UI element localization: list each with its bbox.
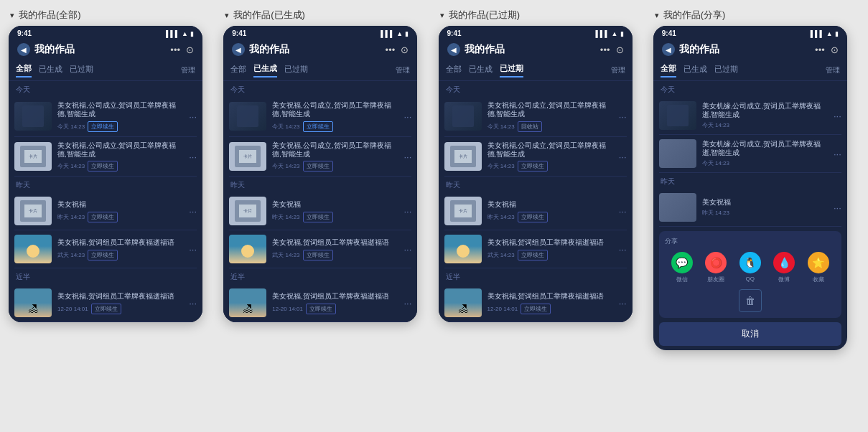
work-more-icon[interactable]: ··· <box>403 111 411 122</box>
work-more-icon[interactable]: ··· <box>619 111 627 122</box>
work-more-icon[interactable]: ··· <box>619 151 627 162</box>
work-more-icon[interactable]: ··· <box>189 206 197 217</box>
settings-icon[interactable]: ⊙ <box>401 44 409 55</box>
delete-button[interactable]: 🗑 <box>739 289 762 312</box>
work-action-btn[interactable]: 立即续生 <box>303 212 333 222</box>
share-icon-circle-QQ: 🐧 <box>739 252 761 273</box>
work-item[interactable]: 美女祝福昨天 14:23··· <box>659 189 841 227</box>
work-list: 🏖美女祝福,贺词组员工举牌夜福逝福语12-20 14:01立即续生··· <box>439 284 633 322</box>
tab-已生成[interactable]: 已生成 <box>39 64 62 77</box>
share-icon-QQ[interactable]: 🐧QQ <box>739 252 761 283</box>
work-item[interactable]: 美女祝福,公司成立,贺词员工举牌夜福德,智能生成今天 14:23回收站··· <box>444 97 627 137</box>
status-icons: ▌▌▌ ▲ ▮ <box>811 30 839 37</box>
settings-icon[interactable]: ⊙ <box>831 44 839 55</box>
work-action-btn[interactable]: 立即续生 <box>303 161 333 172</box>
back-icon[interactable]: ◀ <box>447 43 460 56</box>
work-item[interactable]: 🏖美女祝福,贺词组员工举牌夜福逝福语12-20 14:01立即续生··· <box>444 284 627 322</box>
more-icon[interactable]: ••• <box>386 44 396 55</box>
tab-已过期[interactable]: 已过期 <box>284 64 308 77</box>
work-action-btn[interactable]: 立即续生 <box>88 121 118 132</box>
nav-title: 我的作品 <box>465 43 505 56</box>
share-icon-朋友圈[interactable]: ⭕朋友圈 <box>705 252 727 283</box>
work-thumbnail <box>14 235 52 263</box>
work-more-icon[interactable]: ··· <box>834 111 841 121</box>
manage-button[interactable]: 管理 <box>396 65 410 75</box>
work-more-icon[interactable]: ··· <box>403 206 411 217</box>
tab-全部[interactable]: 全部 <box>661 63 676 78</box>
work-item[interactable]: 卡片美女祝福昨天 14:23立即续生··· <box>14 192 197 230</box>
work-more-icon[interactable]: ··· <box>619 206 627 217</box>
settings-icon[interactable]: ⊙ <box>616 44 624 55</box>
tab-已过期[interactable]: 已过期 <box>500 63 523 78</box>
work-item[interactable]: 美女机缘,公司成立,贺词员工举牌夜福逝,智能生成今天 14:23··· <box>659 135 841 173</box>
more-icon[interactable]: ••• <box>815 44 825 55</box>
manage-button[interactable]: 管理 <box>826 65 840 75</box>
cancel-button[interactable]: 取消 <box>659 322 841 346</box>
work-item[interactable]: 卡片美女祝福,公司成立,贺词员工举牌夜福德,智能生成今天 14:23立即续生··… <box>229 137 411 177</box>
work-more-icon[interactable]: ··· <box>619 244 627 255</box>
work-action-btn[interactable]: 立即续生 <box>91 304 121 314</box>
work-item[interactable]: 美女祝福,贺词组员工举牌夜福逝福语武天 14:23立即续生··· <box>444 230 627 268</box>
work-action-btn[interactable]: 立即续生 <box>518 161 548 172</box>
work-item[interactable]: 卡片美女祝福,公司成立,贺词员工举牌夜福德,智能生成今天 14:23立即续生··… <box>14 137 197 177</box>
work-more-icon[interactable]: ··· <box>189 298 197 309</box>
work-item[interactable]: 美女祝福,公司成立,贺词员工举牌夜福德,智能生成今天 14:23立即续生··· <box>14 97 197 137</box>
tab-已过期[interactable]: 已过期 <box>714 64 738 77</box>
work-item[interactable]: 🏖美女祝福,贺词组员工举牌夜福逝福语12-20 14:01立即续生··· <box>14 284 197 322</box>
work-action-btn[interactable]: 立即续生 <box>306 304 336 314</box>
work-list: 美女祝福,公司成立,贺词员工举牌夜福德,智能生成今天 14:23立即续生···卡… <box>223 97 417 177</box>
tab-全部[interactable]: 全部 <box>16 63 32 78</box>
work-action-btn[interactable]: 立即续生 <box>521 304 551 314</box>
work-item[interactable]: 美女祝福,贺词组员工举牌夜福逝福语武天 14:23立即续生··· <box>229 230 411 268</box>
settings-icon[interactable]: ⊙ <box>186 44 194 55</box>
work-more-icon[interactable]: ··· <box>189 151 197 162</box>
work-item[interactable]: 卡片美女祝福昨天 14:23立即续生··· <box>229 192 411 230</box>
work-more-icon[interactable]: ··· <box>834 149 841 159</box>
work-list: 美女祝福,公司成立,贺词员工举牌夜福德,智能生成今天 14:23回收站···卡片… <box>439 97 633 177</box>
work-meta: 12-20 14:01立即续生 <box>272 304 398 314</box>
work-action-btn[interactable]: 立即续生 <box>518 250 548 260</box>
work-action-btn[interactable]: 立即续生 <box>88 161 118 172</box>
tab-已生成[interactable]: 已生成 <box>253 63 277 78</box>
tab-全部[interactable]: 全部 <box>230 64 246 77</box>
work-time: 昨天 14:23 <box>487 213 515 221</box>
share-icon-微博[interactable]: 💧微博 <box>773 252 795 283</box>
back-icon[interactable]: ◀ <box>17 43 30 56</box>
tab-已生成[interactable]: 已生成 <box>683 64 707 77</box>
work-item[interactable]: 卡片美女祝福昨天 14:23立即续生··· <box>444 192 627 230</box>
work-more-icon[interactable]: ··· <box>403 298 411 309</box>
work-more-icon[interactable]: ··· <box>189 244 197 255</box>
work-action-btn[interactable]: 立即续生 <box>518 212 548 222</box>
work-action-btn[interactable]: 立即续生 <box>303 121 333 132</box>
work-item[interactable]: 美女祝福,公司成立,贺词员工举牌夜福德,智能生成今天 14:23立即续生··· <box>229 97 411 137</box>
tab-全部[interactable]: 全部 <box>446 64 462 77</box>
work-action-btn[interactable]: 立即续生 <box>88 250 118 260</box>
tab-已过期[interactable]: 已过期 <box>70 64 93 77</box>
work-more-icon[interactable]: ··· <box>403 244 411 255</box>
share-icon-微信[interactable]: 💬微信 <box>671 252 693 283</box>
phone-body: 今天美女祝福,公司成立,贺词员工举牌夜福德,智能生成今天 14:23立即续生··… <box>9 81 202 322</box>
tab-已生成[interactable]: 已生成 <box>469 64 493 77</box>
work-item[interactable]: 美女机缘,公司成立,贺词员工举牌夜福逝,智能生成今天 14:23··· <box>659 97 841 135</box>
work-more-icon[interactable]: ··· <box>834 202 841 213</box>
manage-button[interactable]: 管理 <box>611 65 625 75</box>
more-icon[interactable]: ••• <box>600 44 610 55</box>
work-action-btn[interactable]: 立即续生 <box>303 250 333 260</box>
work-item[interactable]: 美女祝福,贺词组员工举牌夜福逝福语武天 14:23立即续生··· <box>14 230 197 268</box>
back-icon[interactable]: ◀ <box>662 43 675 56</box>
work-more-icon[interactable]: ··· <box>619 298 627 309</box>
more-icon[interactable]: ••• <box>170 44 180 55</box>
screen-col-screen-expired: ▾ 我的作品(已过期) 9:41 ▌▌▌ ▲ ▮ ◀ 我的作品 ••• ⊙ 全部… <box>439 9 645 322</box>
work-thumbnail: 🏖 <box>229 288 266 317</box>
work-action-btn[interactable]: 回收站 <box>518 121 542 132</box>
work-thumbnail <box>444 235 482 263</box>
nav-left: ◀ 我的作品 <box>662 43 719 56</box>
manage-button[interactable]: 管理 <box>181 65 195 75</box>
work-item[interactable]: 🏖美女祝福,贺词组员工举牌夜福逝福语12-20 14:01立即续生··· <box>229 284 411 322</box>
back-icon[interactable]: ◀ <box>232 43 245 56</box>
work-more-icon[interactable]: ··· <box>189 111 197 122</box>
work-action-btn[interactable]: 立即续生 <box>88 212 118 222</box>
work-more-icon[interactable]: ··· <box>403 151 411 162</box>
work-item[interactable]: 卡片美女祝福,公司成立,贺词员工举牌夜福德,智能生成今天 14:23立即续生··… <box>444 137 627 177</box>
share-icon-收藏[interactable]: ⭐收藏 <box>808 252 829 283</box>
